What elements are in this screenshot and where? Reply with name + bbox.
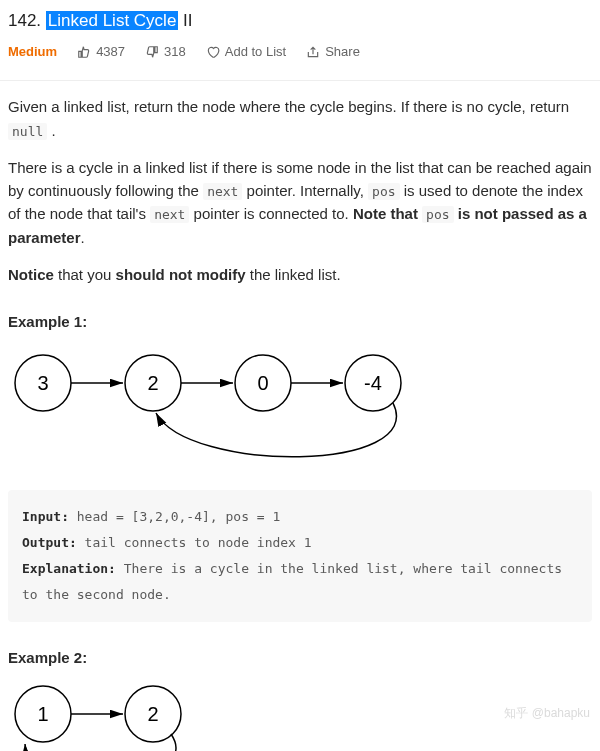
add-to-list-label: Add to List bbox=[225, 42, 286, 62]
desc-p1: Given a linked list, return the node whe… bbox=[8, 95, 592, 142]
problem-title: 142. Linked List Cycle II bbox=[8, 8, 592, 34]
example1-code: Input: head = [3,2,0,-4], pos = 1 Output… bbox=[8, 490, 592, 622]
node-2b: 2 bbox=[147, 703, 158, 725]
node-2: 2 bbox=[147, 372, 158, 394]
add-to-list-button[interactable]: Add to List bbox=[206, 42, 286, 62]
divider bbox=[0, 80, 600, 81]
difficulty-badge: Medium bbox=[8, 42, 57, 62]
title-highlight: Linked List Cycle bbox=[46, 11, 179, 30]
title-number: 142. bbox=[8, 11, 41, 30]
meta-row: Medium 4387 318 Add to List Share bbox=[8, 42, 592, 62]
share-label: Share bbox=[325, 42, 360, 62]
watermark: 知乎 @bahapku bbox=[504, 704, 590, 723]
desc-p3: Notice that you should not modify the li… bbox=[8, 263, 592, 286]
example1-diagram: 3 2 0 -4 bbox=[8, 343, 448, 483]
node-1: 1 bbox=[37, 703, 48, 725]
example2-diagram: 1 2 bbox=[8, 679, 228, 751]
title-suffix: II bbox=[178, 11, 192, 30]
example1-heading: Example 1: bbox=[8, 310, 592, 333]
node-neg4: -4 bbox=[364, 372, 382, 394]
node-0: 0 bbox=[257, 372, 268, 394]
thumbs-up-icon bbox=[77, 45, 91, 59]
node-3: 3 bbox=[37, 372, 48, 394]
heart-icon bbox=[206, 45, 220, 59]
code-pos: pos bbox=[368, 183, 399, 200]
code-null: null bbox=[8, 123, 47, 140]
share-icon bbox=[306, 45, 320, 59]
thumbs-down-icon bbox=[145, 45, 159, 59]
dislikes-count: 318 bbox=[164, 42, 186, 62]
share-button[interactable]: Share bbox=[306, 42, 360, 62]
desc-p2: There is a cycle in a linked list if the… bbox=[8, 156, 592, 249]
dislike-button[interactable]: 318 bbox=[145, 42, 186, 62]
likes-count: 4387 bbox=[96, 42, 125, 62]
like-button[interactable]: 4387 bbox=[77, 42, 125, 62]
example2-heading: Example 2: bbox=[8, 646, 592, 669]
code-next: next bbox=[203, 183, 242, 200]
code-next: next bbox=[150, 206, 189, 223]
code-pos: pos bbox=[422, 206, 453, 223]
